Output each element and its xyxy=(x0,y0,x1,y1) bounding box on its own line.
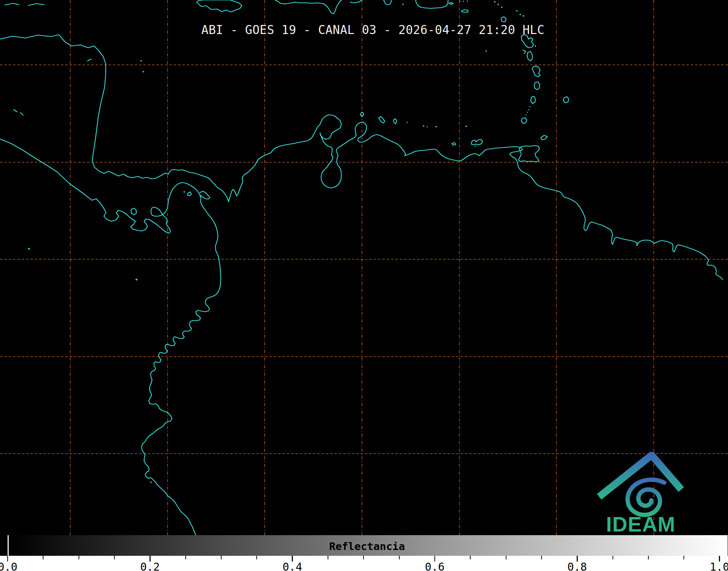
colorbar-minor-tick xyxy=(541,556,542,559)
island-los-roques-c xyxy=(427,126,428,127)
colorbar-minor-tick xyxy=(256,556,257,559)
coastline-san-miguel-inlet xyxy=(200,191,210,199)
coastline-puerto-rico xyxy=(416,0,448,8)
ideam-logo: IDEAM xyxy=(596,452,686,534)
coastline-miskito-islets xyxy=(88,59,91,61)
logo-swirl-icon xyxy=(628,480,664,515)
coastline-bay-islands-b xyxy=(28,4,44,5)
coastline-curacao xyxy=(379,117,385,123)
coastline-grenada xyxy=(521,118,527,123)
colorbar-minor-tick xyxy=(328,556,328,559)
island-antigua-nw-a xyxy=(516,10,518,12)
coastline-dominica xyxy=(527,51,533,61)
colorbar-tick-label: 0.4 xyxy=(283,560,302,571)
colorbar-tick-label: 0.2 xyxy=(140,560,160,571)
island-pearl-islet xyxy=(184,191,185,193)
coastline-antigua xyxy=(501,17,506,22)
colorbar-tick-label: 1.0 xyxy=(710,560,728,571)
island-orchila xyxy=(435,126,437,127)
coastline-barahona-peninsula xyxy=(384,0,391,5)
coastline-caribbean-mainland-coast xyxy=(0,35,723,280)
colorbar-minor-tick xyxy=(79,556,79,559)
colorbar-minor-tick xyxy=(363,556,364,559)
island-grenadine-c xyxy=(527,112,528,113)
island-grenadine-a xyxy=(530,106,531,108)
colorbar-minor-tick xyxy=(506,556,506,559)
island-san-andres xyxy=(143,71,144,72)
island-virgin-a xyxy=(459,1,460,2)
island-malpelo-island xyxy=(136,279,138,281)
island-pacific-islet xyxy=(150,482,152,483)
coastline-hispaniola-south-coast xyxy=(275,0,342,14)
colorbar-minor-tick xyxy=(43,556,43,559)
coastline-hispaniola-east-coast xyxy=(350,0,362,3)
colorbar-minor-tick xyxy=(185,556,186,559)
coastline-tortuga xyxy=(452,143,456,145)
island-los-roques-a xyxy=(407,122,408,123)
colorbar-minor-tick xyxy=(683,556,684,559)
colorbar-minor-tick xyxy=(470,556,471,559)
island-grenadine-d xyxy=(526,114,527,116)
island-los-roques-b xyxy=(423,125,424,127)
island-leeward-c xyxy=(501,7,502,8)
coastline-tobago xyxy=(541,135,547,140)
colorbar-tick-label: 0.0 xyxy=(0,560,17,571)
coastline-barbados xyxy=(563,97,569,103)
colorbar-title: Reflectancia xyxy=(329,540,405,553)
island-margarita-islet xyxy=(475,146,476,147)
colorbar-minor-tick xyxy=(648,556,649,559)
coastline-bonaire xyxy=(394,119,397,124)
coastline-bay-islands-a xyxy=(5,3,19,5)
image-title: ABI - GOES 19 - CANAL 03 - 2026-04-27 21… xyxy=(201,23,544,37)
island-antigua-nw-b xyxy=(519,14,521,15)
coastline-st-vincent xyxy=(531,96,535,104)
coastline-jamaica xyxy=(197,0,242,12)
colorbar-minor-tick xyxy=(399,556,400,559)
coastline-lake-nicaragua-b xyxy=(20,113,23,115)
colorbar-axis: 0.00.20.40.60.81.0 xyxy=(0,556,728,571)
coastline-vieques xyxy=(449,3,453,4)
coastline-pacific-coast xyxy=(0,139,221,535)
coastline-marie-galante xyxy=(523,50,526,54)
colorbar-tick-label: 0.8 xyxy=(567,560,587,571)
island-saba xyxy=(485,50,487,52)
island-grenadine-b xyxy=(529,109,530,110)
island-leeward-a xyxy=(494,1,496,3)
coastline-margarita xyxy=(471,139,483,145)
colorbar-minor-tick xyxy=(221,556,222,559)
island-desirade xyxy=(535,45,536,47)
island-antigua-nw-c xyxy=(523,15,524,17)
island-blanquilla xyxy=(466,126,467,127)
island-virgin-c xyxy=(467,1,468,2)
island-beata xyxy=(402,4,404,5)
colorbar-minor-tick xyxy=(114,556,115,559)
island-cocos-island xyxy=(28,248,30,250)
coastline-lake-nicaragua-a xyxy=(14,110,17,112)
coastline-pearl-island-ring xyxy=(188,192,192,196)
colorbar-minor-tick xyxy=(613,556,613,559)
coastline-martinique xyxy=(532,66,540,77)
coastline-st-croix xyxy=(462,10,468,12)
island-virgin-b xyxy=(463,1,464,2)
logo-text: IDEAM xyxy=(606,512,676,534)
island-leeward-b xyxy=(497,4,499,5)
coastline-coiba xyxy=(131,208,136,215)
colorbar-tick-label: 0.6 xyxy=(425,560,445,571)
coastline-st-lucia xyxy=(534,82,540,90)
island-providencia xyxy=(140,60,142,62)
